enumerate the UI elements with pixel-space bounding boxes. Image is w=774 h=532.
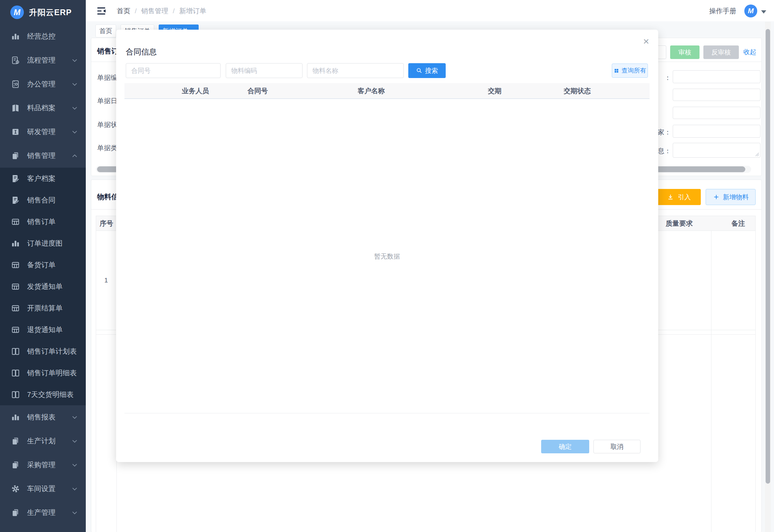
breadcrumb-section[interactable]: 销售管理 <box>141 6 168 15</box>
pages-icon <box>11 508 20 517</box>
modal-close-icon[interactable]: × <box>643 36 649 46</box>
column-index: 序号 <box>100 216 113 231</box>
open-book-icon <box>11 369 20 378</box>
app-logo: M 升阳云ERP <box>0 0 86 25</box>
chevron-down-icon <box>72 487 77 491</box>
import-button[interactable]: 引入 <box>657 189 701 205</box>
chevron-down-icon <box>72 439 77 443</box>
empty-state-text: 暂无数据 <box>374 252 400 261</box>
sidebar-item-label: 开票结算单 <box>27 303 63 313</box>
bar-chart-icon <box>11 239 20 248</box>
chevron-down-icon <box>72 59 77 62</box>
menu-fold-icon[interactable] <box>96 6 106 16</box>
add-material-label: 新增物料 <box>723 193 749 202</box>
right-input-3[interactable] <box>673 107 760 119</box>
sidebar-item-workshop-settings[interactable]: 车间设置 <box>0 477 86 501</box>
search-button[interactable]: 搜索 <box>408 63 446 78</box>
open-book-icon <box>11 347 20 356</box>
sidebar-item-sales-report[interactable]: 销售报表 <box>0 405 86 429</box>
table-icon <box>11 325 20 334</box>
search-button-label: 搜索 <box>425 66 438 75</box>
resize-handle-icon[interactable] <box>755 153 759 156</box>
sidebar-item-label: 7天交货明细表 <box>27 390 74 399</box>
plus-icon <box>713 193 720 201</box>
add-material-button[interactable]: 新增物料 <box>706 189 756 205</box>
pages-icon <box>11 437 20 446</box>
sidebar-item-shipping-notice[interactable]: 发货通知单 <box>0 276 86 297</box>
sidebar-item-label: 销售订单计划表 <box>27 347 77 356</box>
sidebar-item-sales-mgmt[interactable]: 销售管理 <box>0 144 86 168</box>
info-textarea[interactable] <box>673 143 760 158</box>
column-delivery-date: 交期 <box>488 83 501 98</box>
avatar-letter: M <box>748 7 754 15</box>
right-input-1[interactable] <box>673 70 760 83</box>
sidebar-item-label: 备货订单 <box>27 260 55 270</box>
bar-chart-icon <box>11 32 20 41</box>
table-icon <box>11 261 20 270</box>
country-input[interactable] <box>673 125 760 138</box>
material-code-input[interactable] <box>226 63 303 78</box>
sidebar-item-business-overview[interactable]: 经营总控 <box>0 25 86 48</box>
chevron-up-icon <box>72 154 77 158</box>
column-remark: 备注 <box>731 216 745 231</box>
breadcrumb: 首页 / 销售管理 / 新增订单 <box>117 0 206 22</box>
sidebar-item-label: 销售合同 <box>27 195 55 205</box>
pages-icon <box>11 460 20 469</box>
sidebar-item-customer-archives[interactable]: 客户档案 <box>0 168 86 189</box>
table-border <box>711 231 711 532</box>
sidebar-item-processing-workshop[interactable]: 加工车间 <box>0 525 86 532</box>
contract-no-input[interactable] <box>126 63 221 78</box>
sidebar-item-office-mgmt[interactable]: 办公管理 <box>0 72 86 96</box>
chevron-down-icon <box>72 416 77 419</box>
table-icon <box>11 282 20 291</box>
collapse-link[interactable]: 收起 <box>743 48 756 56</box>
document-edit-icon <box>11 174 20 183</box>
manual-link[interactable]: 操作手册 <box>709 0 736 22</box>
sidebar-item-production-mgmt[interactable]: 生产管理 <box>0 501 86 525</box>
sidebar-item-process-mgmt[interactable]: 流程管理 <box>0 48 86 72</box>
breadcrumb-home[interactable]: 首页 <box>117 6 130 15</box>
sidebar-item-sales-order-plan[interactable]: 销售订单计划表 <box>0 340 86 362</box>
sidebar-item-rd-mgmt[interactable]: 研发管理 <box>0 120 86 144</box>
breadcrumb-separator: / <box>173 7 175 15</box>
sidebar-item-order-progress[interactable]: 订单进度图 <box>0 232 86 254</box>
sidebar-item-label: 经营总控 <box>27 32 55 41</box>
material-name-input[interactable] <box>307 63 404 78</box>
table-icon <box>11 217 20 226</box>
confirm-button[interactable]: 确定 <box>541 440 589 453</box>
sidebar-item-purchase-mgmt[interactable]: 采购管理 <box>0 453 86 477</box>
sidebar-item-sales-order-detail[interactable]: 销售订单明细表 <box>0 362 86 384</box>
table-icon <box>11 304 20 313</box>
app-screen: M 升阳云ERP 经营总控 流程管理 办公管理 料品档案 <box>0 0 774 532</box>
search-icon <box>416 67 422 74</box>
right-input-2[interactable] <box>673 89 760 101</box>
sidebar-item-label: 销售订单 <box>27 217 55 227</box>
user-menu-caret-icon[interactable] <box>761 10 766 14</box>
query-all-button[interactable]: 查询所有 <box>612 64 648 78</box>
vertical-scrollbar-thumb[interactable] <box>766 29 770 484</box>
grid-icon <box>614 68 619 74</box>
sidebar-item-material-archives[interactable]: 料品档案 <box>0 96 86 120</box>
unaudit-button[interactable]: 反审核 <box>703 45 739 59</box>
sidebar-item-return-notice[interactable]: 退货通知单 <box>0 319 86 340</box>
app-title: 升阳云ERP <box>29 7 72 18</box>
sidebar-item-sales-contract[interactable]: 销售合同 <box>0 189 86 211</box>
info-square-icon <box>11 127 20 136</box>
sidebar-item-sales-order[interactable]: 销售订单 <box>0 211 86 232</box>
contract-table-header: 业务人员 合同号 客户名称 交期 交期状态 <box>124 83 650 99</box>
sidebar-item-label: 车间设置 <box>27 484 55 494</box>
user-avatar[interactable]: M <box>744 5 757 17</box>
sidebar-item-invoice-settlement[interactable]: 开票结算单 <box>0 297 86 319</box>
sidebar-item-stock-order[interactable]: 备货订单 <box>0 254 86 276</box>
open-book-icon <box>11 390 20 399</box>
audit-button[interactable]: 审核 <box>670 45 700 59</box>
sidebar-item-production-plan[interactable]: 生产计划 <box>0 429 86 453</box>
sidebar-item-label: 料品档案 <box>27 103 55 113</box>
tab-home[interactable]: 首页 <box>95 25 116 37</box>
breadcrumb-separator: / <box>135 7 137 15</box>
sidebar-item-7day-delivery-detail[interactable]: 7天交货明细表 <box>0 384 86 405</box>
column-salesperson: 业务人员 <box>182 83 209 98</box>
sidebar-item-label: 流程管理 <box>27 55 55 65</box>
cancel-button[interactable]: 取消 <box>593 440 640 453</box>
gear-icon <box>11 484 20 493</box>
